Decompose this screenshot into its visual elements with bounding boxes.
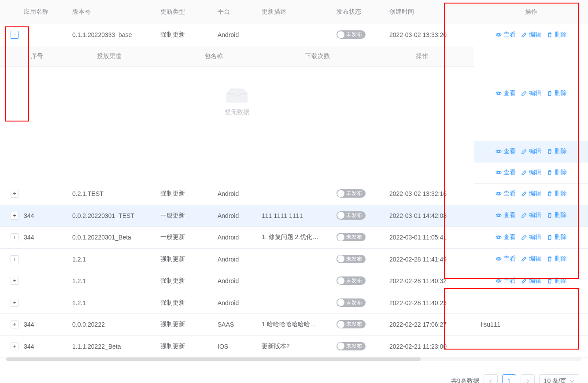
- edit-button[interactable]: 编辑: [521, 31, 541, 39]
- status-badge[interactable]: 未发布: [337, 233, 366, 241]
- expand-row-button[interactable]: +: [11, 342, 18, 350]
- th-version: 版本号: [69, 0, 157, 24]
- view-button[interactable]: 查看: [496, 89, 516, 97]
- edit-icon: [521, 32, 527, 38]
- cell-extra: [474, 335, 588, 357]
- edit-button[interactable]: 编辑: [521, 277, 541, 285]
- edit-button[interactable]: 编辑: [521, 190, 541, 198]
- cell-platform: Android: [214, 183, 258, 205]
- expand-row-button[interactable]: +: [11, 320, 18, 328]
- edit-icon: [521, 256, 527, 262]
- th-status: 发布状态: [333, 0, 386, 24]
- status-badge[interactable]: 未发布: [337, 320, 366, 328]
- cell-status: 未发布: [333, 335, 386, 357]
- pagination-prev[interactable]: [484, 374, 498, 383]
- cell-version: 1.2.1: [69, 292, 157, 314]
- cell-appname: 344: [20, 205, 69, 227]
- cell-created: 2022-03-01 14:42:08: [386, 205, 474, 227]
- cell-type: 强制更新: [157, 314, 214, 336]
- cell-version: 0.0.1.20220301_Beta: [69, 227, 157, 249]
- empty-box-icon: [225, 87, 249, 104]
- delete-button[interactable]: 删除: [547, 233, 567, 241]
- status-badge[interactable]: 未发布: [337, 211, 366, 220]
- trash-icon: [547, 278, 553, 284]
- delete-button[interactable]: 删除: [547, 89, 567, 97]
- cell-type: 强制更新: [157, 248, 214, 270]
- horizontal-scrollbar[interactable]: [6, 357, 582, 361]
- trash-icon: [547, 191, 553, 197]
- cell-platform: IOS: [214, 335, 258, 357]
- delete-button[interactable]: 删除: [547, 169, 567, 177]
- view-button[interactable]: 查看: [496, 31, 516, 39]
- cell-version: 0.0.0.20222: [69, 314, 157, 336]
- delete-button[interactable]: 删除: [547, 31, 567, 39]
- edit-icon: [521, 234, 527, 240]
- eye-icon: [496, 32, 502, 38]
- cell-appname: 344: [20, 227, 69, 249]
- pagination-next[interactable]: [521, 374, 535, 383]
- eye-icon: [496, 278, 502, 284]
- collapse-row-button[interactable]: −: [11, 31, 18, 39]
- edit-button[interactable]: 编辑: [521, 147, 541, 155]
- cell-desc: [258, 270, 333, 292]
- view-button[interactable]: 查看: [496, 233, 516, 241]
- cell-status: 未发布: [333, 24, 386, 46]
- view-button[interactable]: 查看: [496, 169, 516, 177]
- delete-button[interactable]: 删除: [547, 147, 567, 155]
- delete-button[interactable]: 删除: [547, 277, 567, 285]
- edit-icon: [521, 148, 527, 155]
- delete-button[interactable]: 删除: [547, 190, 567, 198]
- cell-created: 2022-02-28 11:40:23: [386, 292, 474, 314]
- cell-status: 未发布: [333, 183, 386, 205]
- status-badge[interactable]: 未发布: [337, 342, 366, 350]
- cell-created: 2022-02-28 11:41:49: [386, 248, 474, 270]
- cell-created: 2022-03-02 13:32:16: [386, 183, 474, 205]
- status-badge[interactable]: 未发布: [337, 276, 366, 285]
- table-row: +3440.0.1.20220301_Beta一般更新Android1. 修复问…: [0, 227, 588, 249]
- edit-button[interactable]: 编辑: [521, 211, 541, 219]
- view-button[interactable]: 查看: [496, 211, 516, 219]
- expand-row-button[interactable]: +: [11, 233, 18, 241]
- th-updatetype: 更新类型: [157, 0, 214, 24]
- cell-version: 1.2.1: [69, 248, 157, 270]
- cell-platform: Android: [214, 24, 258, 46]
- expand-row-button[interactable]: +: [11, 299, 18, 307]
- trash-icon: [547, 212, 553, 218]
- status-badge[interactable]: 未发布: [337, 189, 366, 198]
- pagination-pagesize[interactable]: 10 条/页: [539, 374, 579, 383]
- view-button[interactable]: 查看: [496, 255, 516, 263]
- edit-button[interactable]: 编辑: [521, 169, 541, 177]
- cell-status: 未发布: [333, 248, 386, 270]
- status-badge[interactable]: 未发布: [337, 30, 366, 39]
- th-actions: 操作: [474, 0, 588, 24]
- view-button[interactable]: 查看: [496, 147, 516, 155]
- expand-row-button[interactable]: +: [11, 190, 18, 198]
- expand-row-button[interactable]: +: [11, 277, 18, 285]
- delete-button[interactable]: 删除: [547, 211, 567, 219]
- cell-status: 未发布: [333, 270, 386, 292]
- edit-button[interactable]: 编辑: [521, 255, 541, 263]
- cell-appname: [20, 183, 69, 205]
- view-button[interactable]: 查看: [496, 277, 516, 285]
- edit-button[interactable]: 编辑: [521, 89, 541, 97]
- cell-platform: Android: [214, 248, 258, 270]
- trash-icon: [547, 148, 553, 155]
- view-button[interactable]: 查看: [496, 190, 516, 198]
- cell-appname: [20, 248, 69, 270]
- expand-row-button[interactable]: +: [11, 212, 18, 220]
- status-badge[interactable]: 未发布: [337, 298, 366, 307]
- cell-platform: SAAS: [214, 314, 258, 336]
- edit-button[interactable]: 编辑: [521, 233, 541, 241]
- status-badge[interactable]: 未发布: [337, 255, 366, 263]
- delete-button[interactable]: 删除: [547, 255, 567, 263]
- cell-desc: [258, 183, 333, 205]
- table-row: +1.2.1强制更新Android未发布2022-02-28 11:40:32查…: [0, 270, 588, 292]
- cell-created: 2022-02-21 11:23:00: [386, 335, 474, 357]
- nested-empty: 暂无数据: [0, 67, 474, 141]
- cell-type: 强制更新: [157, 24, 214, 46]
- cell-desc: 1.哈哈哈哈哈哈哈…: [258, 314, 333, 336]
- expand-row-button[interactable]: +: [11, 255, 18, 263]
- pagination-total: 共9条数据: [451, 377, 479, 383]
- cell-status: 未发布: [333, 227, 386, 249]
- pagination-page-1[interactable]: 1: [502, 374, 516, 383]
